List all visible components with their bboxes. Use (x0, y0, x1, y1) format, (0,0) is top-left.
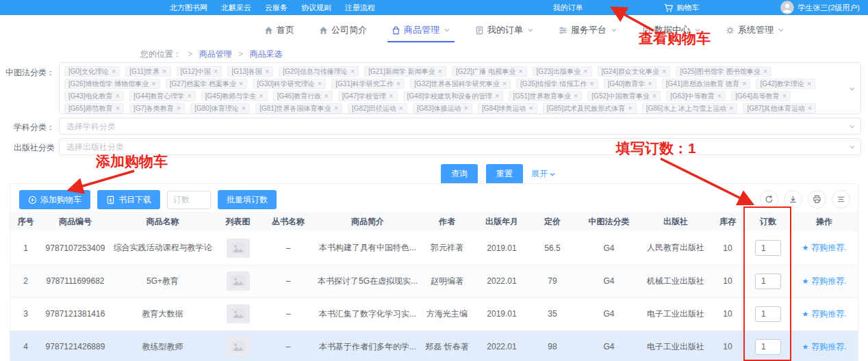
tag-close-icon[interactable]: × (589, 80, 593, 88)
tag-close-icon[interactable]: × (115, 92, 119, 100)
table-row: 2 9787111699682 5G+教育 – 本书探讨了5G在虚拟现实... … (10, 265, 858, 297)
tag-close-icon[interactable]: × (807, 80, 811, 88)
booklist-download-button[interactable]: 书目下载 (97, 190, 160, 209)
table-header: 出版社 (641, 212, 710, 232)
row-qty-input[interactable] (755, 273, 781, 289)
cell-author: 郑磊 忻春著 (419, 330, 475, 361)
row-qty-input[interactable] (755, 240, 781, 256)
subject-filter-label: 学科分类： (0, 122, 55, 133)
column-settings-button[interactable] (832, 190, 850, 209)
tag-close-icon[interactable]: × (318, 80, 322, 88)
tag-close-icon[interactable]: × (239, 80, 243, 88)
tag-close-icon[interactable]: × (437, 68, 442, 75)
tag-close-icon[interactable]: × (334, 105, 338, 112)
tag-close-icon[interactable]: × (242, 105, 246, 112)
topbar-link[interactable]: 北麒采云 (221, 3, 251, 13)
tag-close-icon[interactable]: × (742, 80, 746, 88)
search-button[interactable]: 查询 (441, 164, 478, 184)
topbar-link[interactable]: 协议规则 (301, 3, 331, 13)
clc-tag: [G32]世界各国科学研究事业× (410, 79, 511, 89)
tag-close-icon[interactable]: × (648, 80, 652, 88)
topbar-link[interactable]: 注册流程 (345, 3, 375, 13)
refresh-button[interactable] (760, 190, 778, 209)
tag-close-icon[interactable]: × (399, 105, 403, 112)
tag-close-icon[interactable]: × (187, 92, 191, 100)
cell-code: 9787121381416 (41, 297, 110, 330)
recommend-link[interactable]: ★荐购推荐. (802, 308, 846, 320)
cell-seq: 3 (10, 297, 41, 330)
tag-close-icon[interactable]: × (729, 105, 733, 112)
print-button[interactable] (808, 190, 826, 209)
tag-close-icon[interactable]: × (518, 68, 522, 75)
export-button[interactable] (784, 190, 802, 209)
cart-link[interactable]: 购物车 (664, 3, 700, 13)
tag-close-icon[interactable]: × (115, 105, 119, 112)
topbar-link[interactable]: 云服务 (265, 3, 288, 13)
tag-close-icon[interactable]: × (763, 68, 767, 75)
tag-close-icon[interactable]: × (389, 92, 393, 100)
publisher-filter-input[interactable] (66, 142, 845, 152)
subject-filter-input[interactable] (66, 122, 845, 131)
tag-close-icon[interactable]: × (151, 80, 155, 88)
clc-filter-select[interactable]: [G0]文化理论× [G11]世界× [G12]中国× [G13]各国× [G2… (59, 62, 861, 114)
tag-close-icon[interactable]: × (717, 92, 722, 100)
breadcrumb: 您的位置： > 商品管理 > 商品采选 (140, 49, 282, 60)
tag-close-icon[interactable]: × (808, 105, 812, 112)
nav-item-home[interactable]: 首页 (264, 24, 294, 36)
tag-close-icon[interactable]: × (502, 80, 507, 88)
clc-tag-label: [G81]世界各国体育事业 (259, 104, 331, 113)
expand-button[interactable]: 展开 (531, 168, 556, 180)
tag-close-icon[interactable]: × (214, 68, 218, 75)
tag-close-icon[interactable]: × (265, 68, 269, 75)
row-qty-input[interactable] (755, 306, 781, 322)
cell-seq: 2 (10, 265, 41, 297)
clc-tag-label: [G83]体操运动 (417, 104, 461, 113)
nav-item-orders[interactable]: 我的订单 (475, 24, 534, 36)
cell-action: ★荐购推荐. (791, 232, 858, 265)
tag-close-icon[interactable]: × (396, 80, 400, 88)
breadcrumb-item-products[interactable]: 商品管理 (199, 49, 232, 59)
clc-tag-label: [G65]师范教育 (68, 104, 112, 113)
topbar-link[interactable]: 北方图书网 (170, 3, 207, 13)
tag-close-icon[interactable]: × (112, 68, 116, 75)
recommend-link[interactable]: ★荐购推荐. (802, 341, 846, 353)
publisher-filter-select[interactable] (59, 138, 861, 155)
tag-close-icon[interactable]: × (652, 92, 656, 100)
tag-close-icon[interactable]: × (528, 105, 533, 112)
tag-close-icon[interactable]: × (177, 105, 181, 112)
cell-action: ★荐购推荐. (791, 330, 858, 361)
user-menu[interactable]: 学生张三(2级用户) (780, 1, 860, 14)
batch-qty-input[interactable] (167, 191, 211, 209)
row-qty-input[interactable] (755, 339, 781, 355)
clc-tag-label: [G41]思想政治教育 德育 (666, 79, 739, 88)
tag-close-icon[interactable]: × (583, 68, 587, 75)
breadcrumb-item-selection[interactable]: 商品采选 (249, 49, 282, 59)
tag-close-icon[interactable]: × (628, 105, 632, 112)
batch-fill-button[interactable]: 批量填订数 (218, 190, 277, 209)
tag-close-icon[interactable]: × (574, 92, 578, 100)
my-orders-link[interactable]: 我的订单 (553, 3, 583, 13)
nav-item-products[interactable]: 商品管理 (392, 24, 450, 36)
tag-close-icon[interactable]: × (350, 68, 355, 75)
tag-close-icon[interactable]: × (259, 92, 263, 100)
reset-button[interactable]: 重置 (486, 164, 523, 184)
nav-item-services[interactable]: 服务平台 (559, 24, 617, 36)
tag-close-icon[interactable]: × (324, 92, 328, 100)
tag-close-icon[interactable]: × (463, 105, 468, 112)
tag-close-icon[interactable]: × (662, 68, 666, 75)
tag-close-icon[interactable]: × (782, 92, 787, 100)
recommend-link[interactable]: ★荐购推荐. (802, 242, 846, 254)
nav-item-company[interactable]: 公司简介 (319, 24, 367, 36)
tag-close-icon[interactable]: × (162, 68, 166, 75)
nav-item-system[interactable]: 系统管理 (726, 24, 784, 36)
add-to-cart-label: 添加购物车 (40, 194, 81, 206)
tag-close-icon[interactable]: × (495, 92, 499, 100)
subject-filter-select[interactable] (59, 118, 861, 135)
add-to-cart-button[interactable]: 添加购物车 (19, 190, 90, 209)
sliders-icon (559, 26, 567, 35)
book-cover-placeholder (227, 239, 250, 258)
annotation-view-cart: 查看购物车 (639, 29, 711, 48)
nav-item-label: 服务平台 (571, 24, 607, 36)
breadcrumb-prefix: 您的位置： (140, 49, 181, 59)
recommend-link[interactable]: ★荐购推荐. (802, 276, 846, 287)
